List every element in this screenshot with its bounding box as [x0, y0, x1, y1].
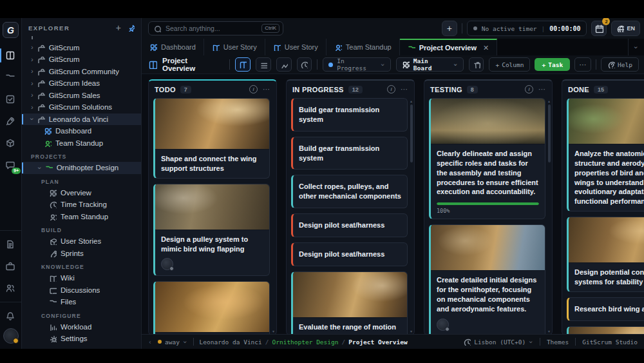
column-menu-icon[interactable]: ⋯: [538, 88, 546, 90]
column-scrollbar[interactable]: ▾: [271, 99, 276, 333]
column-scrollbar[interactable]: ▴▾: [409, 99, 413, 333]
view-time-button[interactable]: [297, 57, 312, 72]
workspace-item[interactable]: › GitScrum: [22, 42, 141, 54]
rail-team-button[interactable]: [0, 277, 21, 299]
board-selector-dropdown[interactable]: Main Board ›: [396, 57, 464, 72]
trash-button[interactable]: [469, 57, 484, 72]
tab-project-overview[interactable]: Project Overview ✕: [400, 39, 498, 55]
close-tab-icon[interactable]: ✕: [483, 44, 489, 52]
project-item-ornithopter[interactable]: › Ornithopter Design: [22, 162, 141, 174]
rail-tasks-button[interactable]: [0, 88, 21, 110]
tab-overflow-button[interactable]: ›: [628, 39, 644, 55]
task-card[interactable]: Shape and connect the wing support struc…: [153, 98, 270, 179]
sidebar-item-files[interactable]: Files: [22, 296, 141, 308]
task-card[interactable]: Design a pulley system to mimic bird win…: [153, 184, 270, 277]
task-card[interactable]: Evaluate the range of motion and adaptab…: [291, 271, 408, 334]
task-card[interactable]: Design potential control systems for sta…: [567, 217, 644, 292]
breadcrumb-project[interactable]: Ornithopter Design: [272, 338, 339, 346]
projects-section-label: PROJECTS: [22, 149, 141, 162]
tab-user-story[interactable]: User Story: [265, 39, 327, 55]
chevron-right-icon: ›: [31, 56, 33, 63]
workspace-item[interactable]: › GitScrum Community: [22, 66, 141, 78]
view-chart-button[interactable]: [276, 57, 292, 72]
rail-workspaces-button[interactable]: [0, 255, 21, 277]
briefcase-icon: [37, 92, 45, 99]
column-count-badge: 7: [180, 86, 191, 93]
status-filter-dropdown[interactable]: In Progress ›: [323, 57, 391, 72]
task-card[interactable]: Clearly delineate and assign specific ro…: [429, 98, 545, 219]
grid-icon: [402, 61, 410, 68]
workspace-item[interactable]: › GitScrum Solutions: [22, 101, 141, 113]
global-search[interactable]: CtrlK: [148, 21, 283, 35]
help-button[interactable]: Help: [601, 57, 639, 72]
column-menu-icon[interactable]: ⋯: [401, 88, 408, 90]
task-card[interactable]: Create detailed initial designs for the …: [429, 224, 545, 334]
explorer-add-button[interactable]: +: [116, 23, 121, 32]
themes-button[interactable]: Themes: [547, 338, 569, 346]
presence-selector[interactable]: away ›: [158, 338, 187, 346]
task-card[interactable]: Research bird wing anatomy: [567, 297, 644, 321]
task-card[interactable]: Design pilot seat/harness: [291, 242, 408, 266]
sidebar-item-time-tracking[interactable]: Time Tracking: [22, 199, 141, 211]
column-info-icon[interactable]: i: [249, 85, 258, 93]
sidebar-item-discussions[interactable]: Discussions: [22, 284, 141, 297]
view-board-button[interactable]: [235, 57, 251, 72]
pin-icon[interactable]: [127, 24, 135, 32]
add-button[interactable]: +: [442, 21, 457, 36]
column-scrollbar[interactable]: ▴▾: [547, 99, 551, 333]
task-card[interactable]: Design pilot seat/harness: [291, 213, 408, 237]
rail-sprints-button[interactable]: [0, 110, 21, 132]
view-list-button[interactable]: [256, 57, 271, 72]
kanban-board: TODO 7 i ⋯ Shape and connect the wing su…: [142, 74, 644, 334]
sidebar-item-workload[interactable]: Workload: [22, 321, 141, 333]
task-card[interactable]: Analyze the anatomical structure and aer…: [567, 98, 644, 211]
breadcrumb-workspace[interactable]: Leonardo da Vinci: [200, 338, 262, 346]
rail-folders-button[interactable]: [0, 66, 21, 88]
task-card[interactable]: Reinforce joints and connections: [153, 281, 270, 334]
tab-dashboard[interactable]: Dashboard: [142, 39, 204, 55]
timer-widget[interactable]: No active timer | 00:00:00: [467, 21, 587, 36]
task-card[interactable]: Build gear transmission system: [291, 98, 408, 132]
task-card[interactable]: Collect ropes, pulleys, and other mechan…: [291, 175, 408, 208]
breadcrumb-page[interactable]: Project Overview: [348, 338, 408, 346]
sidebar-item-dashboard[interactable]: Dashboard: [22, 125, 141, 137]
gitscrum-logo[interactable]: G: [3, 22, 19, 38]
sidebar-item-settings[interactable]: Settings: [22, 333, 141, 345]
briefcase-icon: [37, 55, 45, 63]
tab-user-story[interactable]: User Story: [204, 39, 265, 55]
sidebar-item-overview[interactable]: Overview: [22, 187, 141, 199]
workspace-item[interactable]: › GitScrum Ideas: [22, 77, 141, 90]
rail-projects-button[interactable]: [0, 44, 21, 66]
rail-notifications-button[interactable]: [0, 305, 21, 327]
toolbar-more-button[interactable]: ⋯: [574, 57, 591, 72]
sidebar-item-user-stories[interactable]: User Stories: [22, 235, 141, 248]
breadcrumb: Leonardo da Vinci / Ornithopter Design /…: [200, 338, 408, 346]
folder-icon: [5, 72, 16, 83]
trash-icon: [473, 61, 480, 68]
tab-team-standup[interactable]: Team Standup: [327, 39, 400, 55]
project-item-clipped[interactable]: [22, 345, 141, 349]
workspace-item[interactable]: › GitScrum: [22, 54, 141, 66]
column-info-icon[interactable]: i: [387, 85, 395, 93]
rail-documents-button[interactable]: [0, 233, 21, 255]
search-input[interactable]: [164, 24, 258, 33]
user-avatar[interactable]: [3, 328, 19, 344]
statusbar-collapse-icon[interactable]: ‹: [148, 338, 152, 346]
task-card[interactable]: Build gear transmission system: [291, 137, 408, 170]
rail-chat-button[interactable]: 9+: [0, 154, 21, 176]
add-column-button[interactable]: + Column: [489, 57, 530, 72]
task-card-clipped[interactable]: [567, 326, 644, 334]
timezone-selector[interactable]: Lisbon (UTC+0) ›: [463, 338, 533, 346]
column-menu-icon[interactable]: ⋯: [263, 88, 270, 90]
sidebar-item-team-standup[interactable]: Team Standup: [22, 211, 141, 223]
sidebar-item-wiki[interactable]: Wiki: [22, 272, 141, 284]
language-button[interactable]: EN: [611, 21, 640, 36]
column-info-icon[interactable]: i: [525, 85, 533, 93]
workspace-item-clipped[interactable]: [22, 36, 141, 42]
workspace-item[interactable]: › GitScrum Sales: [22, 90, 141, 102]
add-task-button[interactable]: + Task: [535, 58, 570, 71]
rail-packages-button[interactable]: [0, 132, 21, 154]
workspace-item-selected[interactable]: › Leonardo da Vinci: [22, 113, 141, 126]
sidebar-item-sprints[interactable]: Sprints: [22, 248, 141, 260]
sidebar-item-team-standup[interactable]: Team Standup: [22, 137, 141, 150]
